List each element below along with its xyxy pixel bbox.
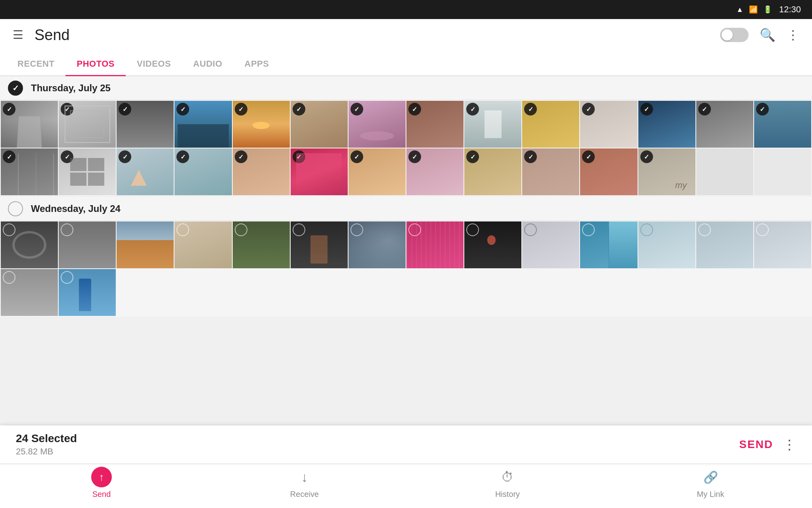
date-section-thursday: ✓ Thursday, July 25 ✓ ✓ bbox=[0, 76, 812, 196]
tab-apps[interactable]: APPS bbox=[234, 59, 280, 75]
nav-receive-label: Receive bbox=[290, 490, 319, 499]
photo-item[interactable]: ✓ bbox=[174, 101, 232, 148]
photo-item[interactable]: ✓ bbox=[406, 148, 463, 195]
date-header-thursday[interactable]: ✓ Thursday, July 25 bbox=[0, 76, 812, 100]
photo-item[interactable]: ✓ bbox=[696, 101, 753, 148]
mylink-nav-icon: 🔗 bbox=[700, 467, 721, 487]
content-area: ✓ Thursday, July 25 ✓ ✓ bbox=[0, 76, 812, 425]
wifi-icon: ▲ bbox=[736, 6, 743, 14]
date-label-thursday: Thursday, July 25 bbox=[31, 83, 111, 94]
selection-count: 24 Selected bbox=[16, 432, 739, 445]
app-title: Send bbox=[34, 27, 709, 44]
receive-nav-icon: ↓ bbox=[294, 467, 315, 487]
date-checkbox-wednesday[interactable] bbox=[8, 201, 23, 216]
status-time: 12:30 bbox=[779, 4, 801, 15]
photo-item[interactable]: ✓ bbox=[291, 101, 348, 148]
photo-grid-thu-row1: ✓ ✓ ✓ ✓ bbox=[0, 100, 812, 148]
photo-grid-thu-row2: ✓ ✓ ✓ ✓ ✓ bbox=[0, 148, 812, 196]
photo-item[interactable] bbox=[406, 221, 463, 268]
photo-item[interactable]: ✓ bbox=[349, 148, 406, 195]
tab-recent[interactable]: RECENT bbox=[6, 59, 65, 75]
date-label-wednesday: Wednesday, July 24 bbox=[31, 203, 121, 214]
photo-item[interactable] bbox=[117, 221, 174, 268]
photo-item[interactable]: ✓ bbox=[174, 148, 232, 195]
tab-videos[interactable]: VIDEOS bbox=[126, 59, 182, 75]
nav-history-label: History bbox=[495, 490, 520, 499]
send-action-button[interactable]: SEND bbox=[739, 438, 773, 451]
photo-item[interactable]: ✓ bbox=[59, 148, 116, 195]
photo-item[interactable] bbox=[580, 221, 637, 268]
nav-item-history[interactable]: ⏱ History bbox=[406, 467, 609, 499]
photo-item[interactable]: ✓ bbox=[522, 148, 579, 195]
nav-send-label: Send bbox=[92, 490, 111, 499]
photo-item[interactable]: ✓ bbox=[117, 101, 174, 148]
search-icon[interactable]: 🔍 bbox=[760, 27, 776, 42]
nav-item-mylink[interactable]: 🔗 My Link bbox=[609, 467, 812, 499]
photo-item[interactable]: ✓ bbox=[233, 101, 290, 148]
photo-item[interactable]: ✓ bbox=[580, 148, 637, 195]
tabs-bar: RECENT PHOTOS VIDEOS AUDIO APPS bbox=[0, 51, 812, 76]
photo-item[interactable] bbox=[754, 148, 811, 195]
app-bar: ☰ Send 🔍 ⋮ bbox=[0, 19, 812, 51]
signal-icon: 📶 bbox=[749, 5, 758, 14]
photo-grid-wed-row2 bbox=[0, 269, 812, 317]
photo-item[interactable]: ✓ bbox=[406, 101, 463, 148]
photo-item[interactable]: ✓ bbox=[754, 101, 811, 148]
toggle-button[interactable] bbox=[720, 28, 749, 42]
selection-more-icon[interactable]: ⋮ bbox=[783, 437, 796, 452]
tab-photos[interactable]: PHOTOS bbox=[65, 59, 126, 75]
photo-item[interactable] bbox=[291, 221, 348, 268]
photo-item[interactable] bbox=[464, 221, 521, 268]
photo-item[interactable] bbox=[754, 221, 811, 268]
bottom-nav: ↑ Send ↓ Receive ⏱ History 🔗 My Link bbox=[0, 464, 812, 502]
nav-item-receive[interactable]: ↓ Receive bbox=[203, 467, 406, 499]
photo-item[interactable]: ✓ bbox=[464, 148, 521, 195]
photo-item[interactable]: ✓ bbox=[464, 101, 521, 148]
photo-item[interactable] bbox=[174, 221, 232, 268]
photo-item[interactable]: ✓ bbox=[117, 148, 174, 195]
photo-item[interactable] bbox=[233, 221, 290, 268]
battery-icon: 🔋 bbox=[763, 5, 772, 14]
photo-item[interactable] bbox=[59, 269, 116, 316]
photo-item[interactable]: ✓ bbox=[580, 101, 637, 148]
photo-item[interactable] bbox=[59, 221, 116, 268]
nav-mylink-label: My Link bbox=[697, 490, 724, 499]
selection-size: 25.82 MB bbox=[16, 446, 739, 457]
photo-item[interactable]: ✓ bbox=[59, 101, 116, 148]
date-header-wednesday[interactable]: Wednesday, July 24 bbox=[0, 197, 812, 221]
hamburger-icon[interactable]: ☰ bbox=[13, 29, 23, 41]
photo-item[interactable] bbox=[696, 148, 753, 195]
tab-audio[interactable]: AUDIO bbox=[182, 59, 233, 75]
selection-info: 24 Selected 25.82 MB bbox=[16, 432, 739, 457]
photo-item[interactable]: ✓ bbox=[233, 148, 290, 195]
photo-item[interactable] bbox=[696, 221, 753, 268]
photo-item[interactable] bbox=[349, 221, 406, 268]
photo-item[interactable]: ✓ bbox=[638, 101, 695, 148]
photo-item[interactable] bbox=[638, 221, 695, 268]
photo-grid-wed-row1 bbox=[0, 221, 812, 269]
photo-item[interactable] bbox=[522, 221, 579, 268]
photo-item[interactable]: ✓ bbox=[1, 101, 58, 148]
photo-item[interactable]: ✓ my bbox=[638, 148, 695, 195]
photo-item[interactable]: ✓ bbox=[522, 101, 579, 148]
status-bar: ▲ 📶 🔋 12:30 bbox=[0, 0, 812, 19]
history-nav-icon: ⏱ bbox=[497, 467, 518, 487]
date-section-wednesday: Wednesday, July 24 bbox=[0, 197, 812, 317]
send-nav-icon: ↑ bbox=[91, 467, 112, 487]
photo-item[interactable]: ✓ bbox=[349, 101, 406, 148]
more-options-icon[interactable]: ⋮ bbox=[787, 27, 799, 42]
photo-item[interactable]: ✓ bbox=[1, 148, 58, 195]
photo-item[interactable] bbox=[1, 269, 58, 316]
date-checkbox-thursday[interactable]: ✓ bbox=[8, 81, 23, 96]
selection-bar: 24 Selected 25.82 MB SEND ⋮ bbox=[0, 425, 812, 464]
nav-item-send[interactable]: ↑ Send bbox=[0, 467, 203, 499]
photo-item[interactable] bbox=[1, 221, 58, 268]
photo-item[interactable]: ✓ bbox=[291, 148, 348, 195]
